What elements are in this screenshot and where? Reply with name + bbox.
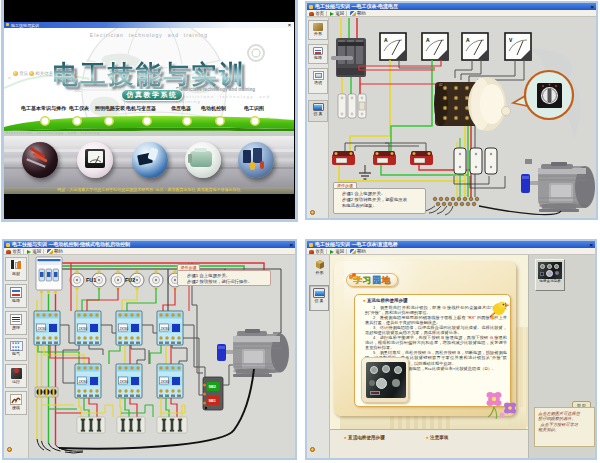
- svg-text:SB2: SB2: [209, 385, 216, 389]
- svg-text:42: 42: [439, 83, 443, 87]
- svg-text:JX30: JX30: [37, 326, 47, 331]
- svg-text:A: A: [426, 37, 430, 43]
- svg-text:SB1: SB1: [209, 399, 216, 403]
- svg-text:A: A: [466, 37, 470, 43]
- svg-text:A: A: [384, 37, 388, 43]
- svg-text:FU1: FU1: [86, 277, 96, 283]
- svg-text:FU2: FU2: [125, 277, 135, 283]
